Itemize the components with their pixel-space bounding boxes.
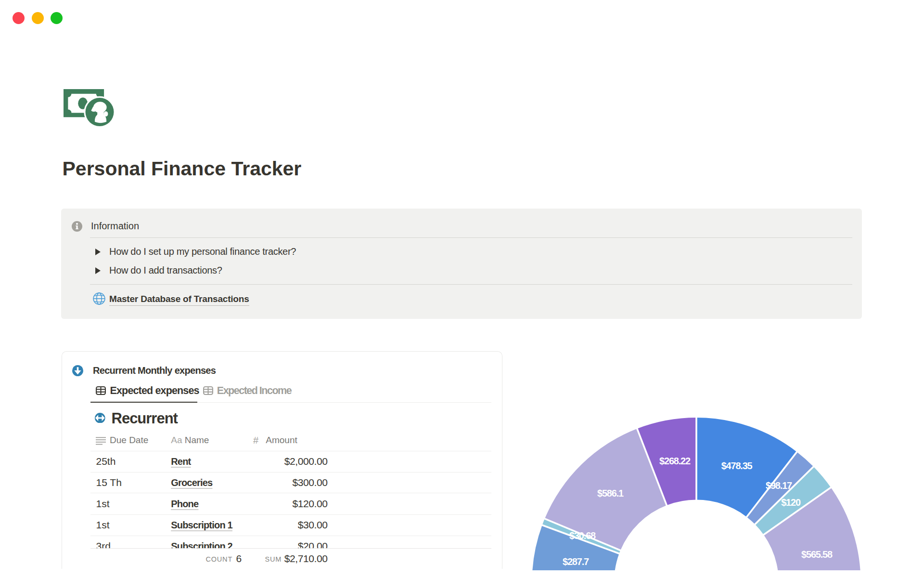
svg-text:$565.58: $565.58 [801, 549, 833, 560]
svg-text:$268.22: $268.22 [659, 456, 691, 466]
svg-text:$30.68: $30.68 [569, 530, 596, 541]
svg-text:$98.17: $98.17 [766, 480, 792, 491]
svg-text:$586.1: $586.1 [597, 488, 624, 499]
svg-text:$120: $120 [781, 497, 801, 508]
svg-text:$287.7: $287.7 [563, 556, 589, 567]
svg-text:$478.35: $478.35 [721, 460, 753, 471]
